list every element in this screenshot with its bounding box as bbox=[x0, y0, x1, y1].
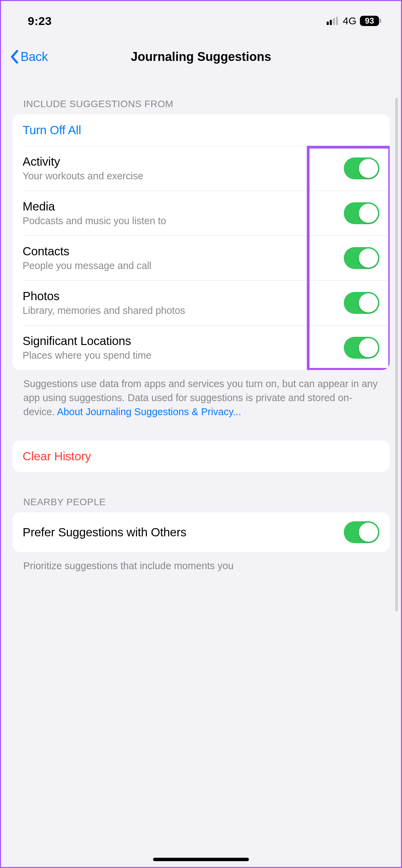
battery-level: 93 bbox=[360, 16, 379, 26]
contacts-row: Contacts People you message and call bbox=[12, 235, 390, 280]
media-title: Media bbox=[23, 200, 344, 213]
nav-bar: Back Journaling Suggestions bbox=[2, 40, 400, 74]
page-title: Journaling Suggestions bbox=[2, 50, 400, 64]
clear-history-button[interactable]: Clear History bbox=[12, 441, 390, 472]
contacts-title: Contacts bbox=[23, 244, 344, 258]
battery-icon: 93 bbox=[360, 16, 381, 26]
back-button[interactable]: Back bbox=[10, 50, 48, 64]
prefer-others-title: Prefer Suggestions with Others bbox=[23, 525, 344, 539]
status-bar: 9:23 4G 93 bbox=[2, 2, 400, 40]
prefer-others-toggle[interactable] bbox=[344, 521, 379, 543]
section-header-nearby: NEARBY PEOPLE bbox=[2, 472, 400, 512]
media-row: Media Podcasts and music you listen to bbox=[12, 191, 390, 235]
activity-title: Activity bbox=[23, 155, 344, 168]
back-label: Back bbox=[21, 50, 48, 64]
cellular-signal-icon bbox=[327, 17, 338, 25]
status-time: 9:23 bbox=[28, 14, 52, 28]
media-toggle[interactable] bbox=[344, 202, 379, 224]
section-header-include: INCLUDE SUGGESTIONS FROM bbox=[2, 74, 400, 114]
privacy-link[interactable]: About Journaling Suggestions & Privacy..… bbox=[57, 406, 241, 417]
suggestions-sources-group: Turn Off All Activity Your workouts and … bbox=[12, 114, 390, 370]
significant-locations-toggle[interactable] bbox=[344, 337, 379, 359]
activity-subtitle: Your workouts and exercise bbox=[23, 170, 344, 182]
photos-row: Photos Library, memories and shared phot… bbox=[12, 280, 390, 325]
section-footer-include: Suggestions use data from apps and servi… bbox=[2, 370, 400, 419]
turn-off-all-button[interactable]: Turn Off All bbox=[12, 114, 390, 146]
network-type: 4G bbox=[343, 15, 356, 27]
activity-toggle[interactable] bbox=[344, 157, 379, 179]
significant-locations-row: Significant Locations Places where you s… bbox=[12, 325, 390, 370]
photos-subtitle: Library, memories and shared photos bbox=[23, 305, 344, 316]
photos-title: Photos bbox=[23, 289, 344, 303]
status-indicators: 4G 93 bbox=[327, 15, 381, 27]
clear-history-group: Clear History bbox=[12, 441, 390, 472]
clear-history-label: Clear History bbox=[23, 449, 379, 463]
contacts-subtitle: People you message and call bbox=[23, 260, 344, 271]
photos-toggle[interactable] bbox=[344, 292, 379, 314]
prefer-others-row: Prefer Suggestions with Others bbox=[12, 512, 390, 552]
activity-row: Activity Your workouts and exercise bbox=[12, 146, 390, 191]
significant-locations-subtitle: Places where you spend time bbox=[23, 350, 344, 361]
nearby-people-group: Prefer Suggestions with Others bbox=[12, 512, 390, 552]
significant-locations-title: Significant Locations bbox=[23, 334, 344, 348]
media-subtitle: Podcasts and music you listen to bbox=[23, 215, 344, 227]
chevron-left-icon bbox=[10, 50, 18, 64]
turn-off-all-label: Turn Off All bbox=[23, 123, 379, 137]
home-indicator[interactable] bbox=[153, 858, 249, 861]
scroll-indicator bbox=[395, 98, 398, 611]
section-footer-nearby: Prioritize suggestions that include mome… bbox=[2, 552, 400, 573]
contacts-toggle[interactable] bbox=[344, 247, 379, 269]
